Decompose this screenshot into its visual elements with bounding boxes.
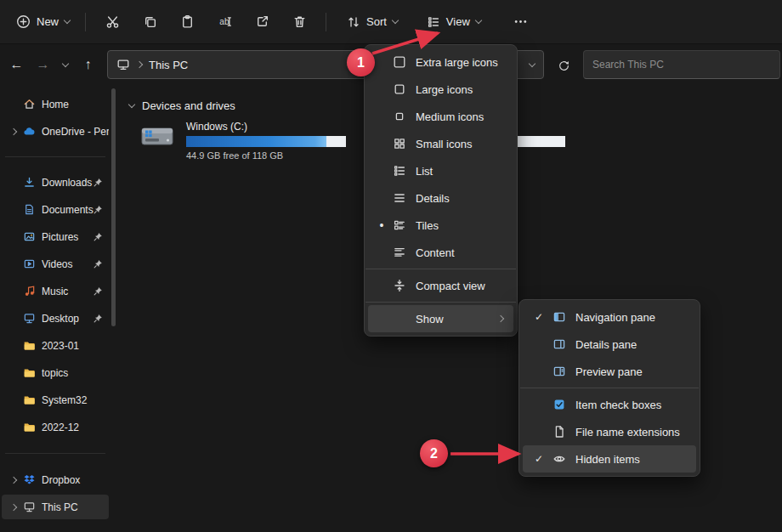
sidebar-scrollbar[interactable] [111, 88, 116, 326]
pc-icon [116, 58, 130, 71]
list-icon [388, 164, 411, 178]
chevron-right-icon [136, 61, 143, 68]
submenu-chevron-icon [497, 315, 504, 322]
sidebar-item-dropbox[interactable]: Dropbox [2, 467, 109, 492]
details-icon [388, 191, 411, 205]
pin-icon [94, 205, 109, 214]
details-pane-icon [548, 337, 570, 351]
view-menu: Extra large icons Large icons Medium ico… [364, 44, 518, 337]
small-icons-icon [388, 137, 411, 150]
onedrive-icon [20, 125, 37, 139]
breadcrumb[interactable]: This PC [149, 59, 188, 71]
desktop-icon [20, 312, 37, 325]
menu-item-show[interactable]: Show [368, 305, 513, 332]
pictures-icon [20, 230, 37, 243]
menu-item-file-name-extensions[interactable]: File name extensions [523, 418, 696, 445]
menu-item-medium-icons[interactable]: Medium icons [368, 103, 513, 130]
expand-chevron-icon[interactable] [10, 476, 17, 483]
collapse-chevron-icon[interactable] [128, 101, 135, 108]
menu-item-preview-pane[interactable]: Preview pane [523, 358, 696, 385]
sidebar-item-this-pc[interactable]: This PC [2, 495, 109, 519]
forward-button[interactable]: → [30, 50, 56, 79]
cut-icon [105, 14, 120, 29]
drive-name: Windows (C:) [186, 121, 346, 133]
menu-item-details-pane[interactable]: Details pane [523, 331, 696, 358]
sort-icon [347, 15, 360, 29]
chevron-down-icon [475, 17, 482, 24]
up-button[interactable]: ↑ [75, 50, 101, 79]
recent-locations-button[interactable] [56, 50, 75, 79]
back-button[interactable]: ← [3, 50, 30, 79]
folder-icon [20, 393, 37, 406]
separator [5, 156, 105, 157]
compact-view-icon [388, 279, 411, 292]
copy-button[interactable] [133, 7, 167, 37]
sidebar-item-2023-01[interactable]: 2023-01 [2, 333, 109, 358]
sort-button[interactable]: Sort [339, 7, 405, 37]
rename-button[interactable]: ab [207, 7, 241, 37]
menu-item-large-icons[interactable]: Large icons [368, 76, 513, 103]
delete-icon [292, 14, 307, 29]
sidebar-item-documents[interactable]: Documents [2, 197, 109, 222]
menu-item-list[interactable]: List [368, 157, 513, 184]
medium-icons-icon [388, 110, 411, 123]
search-input[interactable] [592, 51, 771, 78]
menu-item-small-icons[interactable]: Small icons [368, 130, 513, 157]
menu-item-hidden-items[interactable]: Hidden items [523, 445, 696, 473]
hidden-items-icon [548, 452, 570, 466]
sidebar-item-pictures[interactable]: Pictures [2, 224, 109, 249]
pin-icon [94, 232, 109, 241]
sidebar-item-desktop[interactable]: Desktop [2, 306, 109, 331]
refresh-button[interactable] [551, 54, 576, 77]
sidebar-item-onedrive[interactable]: OneDrive - Pers [2, 119, 109, 144]
menu-item-extra-large-icons[interactable]: Extra large icons [368, 48, 513, 76]
downloads-icon [20, 176, 37, 189]
separator [366, 302, 516, 303]
sidebar-item-2022-12[interactable]: 2022-12 [2, 415, 109, 439]
menu-item-item-check-boxes[interactable]: Item check boxes [523, 391, 696, 418]
new-button-label: New [37, 15, 59, 28]
share-button[interactable] [245, 7, 279, 37]
separator [366, 269, 516, 269]
hard-drive-icon [139, 121, 175, 151]
selected-bullet [375, 218, 388, 232]
up-icon: ↑ [85, 57, 92, 72]
address-dropdown-icon[interactable] [529, 59, 536, 66]
expand-chevron-icon[interactable] [10, 127, 17, 134]
sidebar-item-music[interactable]: Music [2, 279, 109, 303]
menu-item-tiles[interactable]: Tiles [368, 212, 513, 239]
large-icons-icon [388, 82, 411, 96]
paste-button[interactable] [170, 7, 204, 37]
view-button[interactable]: View [419, 7, 489, 37]
folder-icon [20, 421, 37, 433]
file-explorer-window: New ab Sort View [0, 0, 782, 532]
sidebar-item-downloads[interactable]: Downloads [2, 170, 109, 195]
rename-icon: ab [218, 14, 232, 29]
see-more-button[interactable] [504, 7, 538, 37]
hidden-drive-bar-fragment [518, 136, 565, 147]
search-box [583, 50, 780, 79]
delete-button[interactable] [282, 7, 316, 37]
new-button[interactable]: New [8, 7, 77, 37]
extra-large-icons-icon [388, 55, 411, 69]
section-header[interactable]: Devices and drives [129, 99, 235, 112]
sidebar-item-home[interactable]: Home [2, 92, 109, 116]
menu-item-content[interactable]: Content [368, 239, 513, 266]
sidebar-item-videos[interactable]: Videos [2, 252, 109, 276]
preview-pane-icon [548, 365, 570, 378]
cut-button[interactable] [95, 7, 129, 37]
sidebar-item-system32[interactable]: System32 [2, 388, 109, 412]
drive-free-space: 44.9 GB free of 118 GB [186, 150, 346, 161]
menu-item-compact-view[interactable]: Compact view [368, 272, 513, 299]
sidebar-item-topics[interactable]: topics [2, 360, 109, 385]
menu-item-details[interactable]: Details [368, 184, 513, 212]
menu-item-navigation-pane[interactable]: Navigation pane [523, 303, 696, 331]
chevron-down-icon [64, 17, 71, 24]
expand-chevron-icon[interactable] [10, 503, 17, 510]
copy-icon [143, 14, 157, 29]
drive-windows-c[interactable]: Windows (C:) 44.9 GB free of 118 GB [139, 121, 346, 161]
folder-icon [20, 339, 37, 352]
navigation-pane-icon [548, 310, 570, 324]
share-icon [255, 14, 269, 29]
item-check-boxes-icon [548, 398, 570, 411]
